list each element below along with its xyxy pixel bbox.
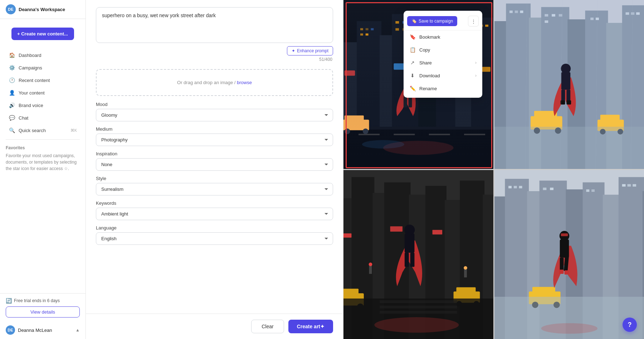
svg-rect-116: [464, 268, 467, 277]
upload-text: Or drag and drop an image /: [177, 80, 235, 85]
mood-label: Mood: [96, 102, 333, 107]
context-menu-bookmark[interactable]: 🔖 Bookmark: [404, 30, 482, 43]
sidebar-item-brand-voice[interactable]: 🔊 Brand voice: [3, 99, 83, 111]
sidebar-item-dashboard[interactable]: 🏠 Dashboard: [3, 49, 83, 61]
create-new-button[interactable]: + Create new content...: [11, 28, 74, 40]
svg-rect-113: [433, 230, 443, 234]
gallery-image-2[interactable]: [494, 0, 644, 169]
sidebar-item-label: Brand voice: [19, 103, 43, 108]
sidebar-item-label: Dashboard: [19, 53, 42, 58]
svg-rect-90: [561, 90, 565, 102]
inspiration-label: Inspiration: [96, 151, 333, 156]
save-to-campaign-button[interactable]: 🏷️ Save to campaign: [407, 16, 457, 26]
svg-rect-119: [343, 289, 358, 295]
language-select[interactable]: English Spanish French German Portuguese: [96, 232, 333, 245]
context-menu-copy[interactable]: 📋 Copy: [404, 43, 482, 56]
style-label: Style: [96, 176, 333, 181]
context-menu-rename[interactable]: ✏️ Rename: [404, 82, 482, 95]
dashboard-icon: 🏠: [9, 52, 15, 58]
svg-rect-88: [561, 72, 570, 90]
svg-rect-160: [532, 287, 555, 293]
favorites-title: Favorites: [6, 145, 80, 150]
svg-rect-72: [558, 14, 562, 16]
sidebar-item-quick-search[interactable]: 🔍 Quick search ⌘K: [3, 124, 83, 136]
user-avatar: DE: [6, 325, 15, 335]
clear-button[interactable]: Clear: [251, 320, 284, 333]
inspiration-select[interactable]: None Monet Picasso Rembrandt Dali: [96, 158, 333, 171]
create-art-button[interactable]: Create art✦: [288, 320, 333, 333]
workspace-name: Deanna's Workspace: [19, 7, 65, 12]
gallery-image-svg-3: [343, 170, 493, 339]
your-content-icon: 👤: [9, 89, 15, 96]
three-dot-menu-button[interactable]: ⋮: [468, 16, 479, 26]
svg-point-115: [369, 263, 372, 266]
save-campaign-label: Save to campaign: [419, 19, 453, 24]
svg-point-132: [404, 224, 415, 235]
mood-group: Mood Gloomy Happy Dramatic Peaceful Myst…: [96, 102, 333, 121]
sidebar-item-label: Recent content: [19, 78, 50, 83]
svg-rect-68: [514, 11, 518, 13]
gallery-image-svg-2: [494, 0, 644, 169]
svg-rect-71: [552, 14, 555, 16]
svg-rect-168: [560, 258, 564, 271]
keywords-select[interactable]: Ambient light Neon Rain Shadow Urban: [96, 208, 333, 220]
mood-select[interactable]: Gloomy Happy Dramatic Peaceful Mysteriou…: [96, 109, 333, 121]
gallery-image-4[interactable]: [494, 170, 644, 339]
style-group: Style Surrealism Realism Impressionism A…: [96, 176, 333, 195]
svg-rect-74: [590, 18, 594, 20]
upload-area[interactable]: Or drag and drop an image / browse: [96, 69, 333, 96]
svg-point-130: [374, 317, 459, 333]
sidebar-item-your-content[interactable]: 👤 Your content: [3, 87, 83, 99]
sidebar-item-chat[interactable]: 💬 Chat: [3, 112, 83, 124]
user-name: Deanna McLean: [18, 328, 52, 333]
sidebar-item-campaigns[interactable]: ⚙️ Campaigns: [3, 62, 83, 74]
share-label: Share: [419, 60, 432, 66]
svg-rect-84: [600, 115, 619, 121]
help-button[interactable]: ?: [623, 318, 637, 332]
svg-rect-133: [405, 253, 409, 267]
medium-group: Medium Photography Oil Painting Digital …: [96, 126, 333, 146]
browse-link[interactable]: browse: [237, 80, 252, 85]
share-icon: ↗: [409, 59, 416, 66]
nav-divider: [6, 139, 80, 140]
prompt-input[interactable]: superhero on a busy, wet new york street…: [96, 7, 333, 43]
campaigns-icon: ⚙️: [9, 64, 15, 71]
view-details-button[interactable]: View details: [6, 306, 80, 318]
three-dot-icon: ⋮: [471, 19, 476, 24]
style-select[interactable]: Surrealism Realism Impressionism Abstrac…: [96, 183, 333, 195]
svg-rect-78: [636, 12, 640, 15]
language-label: Language: [96, 225, 333, 231]
sidebar-item-recent[interactable]: 🕐 Recent content: [3, 74, 83, 86]
trial-text: Free trial ends in 6 days: [14, 298, 60, 303]
sidebar-item-label: Your content: [19, 90, 45, 96]
brand-voice-icon: 🔊: [9, 102, 15, 108]
gallery-image-svg-4: [494, 170, 644, 339]
sidebar-nav: 🏠 Dashboard ⚙️ Campaigns 🕐 Recent conten…: [0, 46, 86, 293]
svg-rect-153: [550, 188, 553, 190]
svg-rect-80: [534, 111, 557, 118]
gallery-image-3[interactable]: [343, 170, 493, 339]
image-gallery: 🏷️ Save to campaign ⋮ 🔖 Bookmark 📋 Copy …: [343, 0, 644, 339]
sidebar-footer: 🔄 Free trial ends in 6 days View details: [0, 293, 86, 322]
medium-select[interactable]: Photography Oil Painting Digital Art Wat…: [96, 134, 333, 146]
svg-rect-87: [494, 127, 644, 169]
sidebar: DE Deanna's Workspace + Create new conte…: [0, 0, 86, 339]
inspiration-group: Inspiration None Monet Picasso Rembrandt…: [96, 151, 333, 171]
enhance-prompt-button[interactable]: ✦ Enhance prompt: [287, 46, 333, 55]
bottom-actions: Clear Create art✦: [86, 314, 343, 339]
enhance-label: Enhance prompt: [297, 48, 328, 53]
sidebar-item-label: Quick search: [19, 128, 46, 133]
svg-rect-123: [456, 287, 475, 293]
prompt-area: superhero on a busy, wet new york street…: [86, 0, 343, 66]
language-group: Language English Spanish French German P…: [96, 225, 333, 245]
context-menu-share[interactable]: ↗ Share ›: [404, 56, 482, 69]
svg-rect-152: [543, 188, 546, 190]
svg-rect-91: [566, 90, 570, 102]
svg-rect-69: [520, 11, 523, 13]
context-menu-download[interactable]: ⬇ Download ›: [404, 69, 482, 82]
context-menu-header: 🏷️ Save to campaign ⋮: [404, 14, 482, 30]
download-label: Download: [419, 73, 440, 78]
save-campaign-icon: 🏷️: [411, 19, 417, 24]
svg-rect-131: [405, 233, 415, 253]
svg-rect-151: [519, 186, 522, 188]
